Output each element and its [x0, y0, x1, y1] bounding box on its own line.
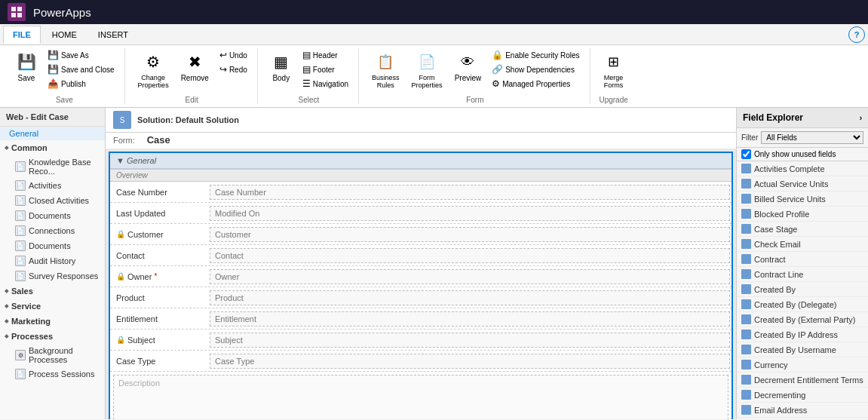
field-item-actual-service-units[interactable]: Actual Service Units: [737, 176, 868, 192]
field-item-case-stage[interactable]: Case Stage: [737, 222, 868, 237]
undo-redo-stack: ↩ Undo ↪ Redo: [216, 48, 251, 76]
enable-security-button[interactable]: 🔒 Enable Security Roles: [488, 48, 583, 62]
field-explorer-chevron[interactable]: ›: [860, 114, 862, 122]
filter-select[interactable]: All Fields: [761, 131, 863, 144]
field-item-created-by-ip[interactable]: Created By IP Address: [737, 327, 868, 342]
field-item-blocked-profile[interactable]: Blocked Profile: [737, 207, 868, 222]
nav-item-audit-history[interactable]: 📄 Audit History: [0, 253, 105, 268]
left-nav: Web - Edit Case General Common 📄 Knowled…: [0, 108, 106, 419]
publish-button[interactable]: 📤 Publish: [44, 77, 118, 90]
form-extra-stack: 🔒 Enable Security Roles 🔗 Show Dependenc…: [488, 48, 583, 90]
nav-general-item[interactable]: General: [0, 127, 105, 140]
case-number-input[interactable]: [210, 185, 730, 200]
documents-2-icon: 📄: [15, 241, 26, 251]
field-icon: [741, 330, 751, 339]
overview-header: Overview: [110, 169, 732, 182]
field-item-check-email[interactable]: Check Email: [737, 237, 868, 252]
ribbon-group-form: 📋 BusinessRules 📄 FormProperties 👁 Previ…: [360, 48, 590, 104]
field-item-created-by-username[interactable]: Created By Username: [737, 342, 868, 357]
undo-button[interactable]: ↩ Undo: [216, 48, 251, 62]
form-canvas[interactable]: ▼ General Overview Case Number Last Upda…: [106, 149, 736, 419]
navigation-button[interactable]: ☰ Navigation: [299, 77, 352, 90]
unused-checkbox[interactable]: [741, 149, 751, 159]
business-rules-button[interactable]: 📋 BusinessRules: [367, 48, 405, 92]
managed-props-button[interactable]: ⚙ Managed Properties: [488, 77, 583, 90]
nav-section-sales[interactable]: Sales: [0, 284, 105, 299]
owner-input[interactable]: [210, 269, 730, 284]
field-item-decrementing[interactable]: Decrementing: [737, 388, 868, 403]
tab-home[interactable]: HOME: [42, 26, 87, 44]
field-item-created-by[interactable]: Created By: [737, 282, 868, 297]
nav-item-documents-2[interactable]: 📄 Documents: [0, 238, 105, 253]
contact-input[interactable]: [210, 248, 730, 263]
right-panel: Field Explorer › Filter All Fields Only …: [736, 108, 868, 419]
app-grid-icon[interactable]: [8, 3, 26, 21]
footer-button[interactable]: ▤ Footer: [299, 63, 352, 76]
tab-file[interactable]: FILE: [3, 26, 41, 44]
tab-insert[interactable]: INSERT: [88, 26, 138, 44]
nav-item-closed-activities[interactable]: 📄 Closed Activities: [0, 193, 105, 208]
nav-item-documents-1[interactable]: 📄 Documents: [0, 208, 105, 223]
field-item-contract[interactable]: Contract: [737, 252, 868, 267]
product-input[interactable]: [210, 290, 730, 305]
nav-item-process-sessions[interactable]: 📄 Process Sessions: [0, 366, 105, 382]
field-icon: [741, 390, 751, 400]
nav-item-connections[interactable]: 📄 Connections: [0, 223, 105, 238]
security-icon: 🔒: [492, 50, 503, 60]
survey-icon: 📄: [15, 271, 26, 281]
field-icon: [741, 314, 751, 324]
svg-rect-2: [11, 13, 16, 17]
field-item-created-by-delegate[interactable]: Created By (Delegate): [737, 297, 868, 312]
change-properties-button[interactable]: ⚙ ChangeProperties: [133, 48, 174, 92]
customer-input[interactable]: [210, 227, 730, 242]
form-group-buttons: 📋 BusinessRules 📄 FormProperties 👁 Previ…: [367, 48, 584, 94]
field-item-contract-line[interactable]: Contract Line: [737, 267, 868, 282]
nav-item-knowledge-base[interactable]: 📄 Knowledge Base Reco...: [0, 155, 105, 178]
save-as-button[interactable]: 💾 Save As: [44, 48, 118, 62]
nav-section-processes[interactable]: Processes: [0, 329, 105, 344]
nav-item-activities[interactable]: 📄 Activities: [0, 178, 105, 193]
subject-input[interactable]: [210, 333, 730, 348]
body-button[interactable]: ▦ Body: [265, 48, 297, 85]
general-section-header: ▼ General: [110, 153, 732, 169]
nav-section-common[interactable]: Common: [0, 140, 105, 155]
description-area[interactable]: Description: [113, 375, 728, 419]
form-row-owner: 🔒 Owner *: [110, 266, 732, 287]
field-explorer-header: Field Explorer ›: [737, 108, 868, 128]
business-rules-icon: 📋: [375, 51, 396, 72]
subject-lock-icon: 🔒: [116, 336, 125, 344]
field-item-created-by-external[interactable]: Created By (External Party): [737, 312, 868, 327]
save-close-button[interactable]: 💾 Save and Close: [44, 63, 118, 76]
merge-forms-button[interactable]: ⊞ MergeForms: [598, 48, 630, 92]
last-updated-input[interactable]: [210, 206, 730, 221]
entitlement-input[interactable]: [210, 311, 730, 326]
edit-group-buttons: ⚙ ChangeProperties ✖ Remove ↩ Undo ↪ Red…: [133, 48, 251, 94]
solution-bar: S Solution: Default Solution: [106, 108, 736, 133]
remove-button[interactable]: ✖ Remove: [176, 48, 214, 85]
field-icon: [741, 239, 751, 249]
field-item-activities-complete[interactable]: Activities Complete: [737, 161, 868, 176]
field-item-billed-service-units[interactable]: Billed Service Units: [737, 192, 868, 207]
svg-rect-3: [17, 13, 22, 17]
form-properties-button[interactable]: 📄 FormProperties: [406, 48, 448, 92]
nav-item-background-processes[interactable]: ⚙ Background Processes: [0, 344, 105, 366]
remove-icon: ✖: [184, 51, 205, 72]
header-icon: ▤: [302, 50, 311, 60]
field-item-decrement-entitlement[interactable]: Decrement Entitlement Terms: [737, 372, 868, 388]
save-button[interactable]: 💾 Save: [11, 48, 42, 85]
field-item-currency[interactable]: Currency: [737, 357, 868, 372]
show-deps-button[interactable]: 🔗 Show Dependencies: [488, 63, 583, 76]
nav-header: Web - Edit Case: [0, 108, 105, 127]
field-item-email-address[interactable]: Email Address: [737, 403, 868, 418]
header-button[interactable]: ▤ Header: [299, 48, 352, 62]
nav-section-marketing[interactable]: Marketing: [0, 314, 105, 329]
preview-button[interactable]: 👁 Preview: [449, 48, 487, 85]
nav-section-service[interactable]: Service: [0, 299, 105, 314]
redo-button[interactable]: ↪ Redo: [216, 63, 251, 76]
help-button[interactable]: ?: [848, 26, 865, 43]
change-props-icon: ⚙: [143, 51, 164, 72]
nav-item-survey-responses[interactable]: 📄 Survey Responses: [0, 268, 105, 284]
case-type-input[interactable]: [210, 354, 730, 369]
ribbon-group-save: 💾 Save 💾 Save As 💾 Save and Close 📤 Publ…: [5, 48, 125, 104]
select-group-buttons: ▦ Body ▤ Header ▤ Footer ☰ Navigation: [265, 48, 352, 94]
